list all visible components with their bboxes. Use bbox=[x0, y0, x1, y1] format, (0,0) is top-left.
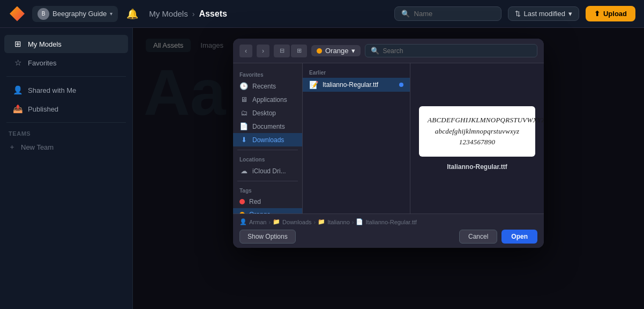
sidebar-item-shared[interactable]: 👤 Shared with Me bbox=[4, 81, 128, 99]
tag-label: Red bbox=[249, 198, 261, 205]
locations-section-label: Locations bbox=[233, 153, 302, 164]
dialog-forward-button[interactable]: › bbox=[257, 45, 269, 57]
app-icon: 🖥 bbox=[239, 95, 248, 104]
ds-divider-2 bbox=[237, 181, 298, 181]
upload-label: Upload bbox=[603, 10, 627, 18]
search-input[interactable] bbox=[414, 10, 495, 18]
dialog-search-bar[interactable]: 🔍 bbox=[365, 44, 537, 57]
cancel-button[interactable]: Cancel bbox=[459, 230, 497, 244]
sidebar: ⊞ My Models ☆ Favorites 👤 Shared with Me… bbox=[0, 28, 133, 309]
dialog-topbar: ‹ › ⊟ ⊞ Orange ▾ 🔍 bbox=[233, 39, 544, 63]
dialog-view-columns-button[interactable]: ⊟ bbox=[274, 45, 290, 57]
ds-item-label: iCloud Dri... bbox=[252, 167, 286, 175]
file-item-italianno[interactable]: 📝 Italianno-Regular.ttf bbox=[303, 78, 410, 92]
sidebar-divider bbox=[6, 76, 126, 77]
breadcrumb-my-models[interactable]: My Models bbox=[149, 9, 188, 18]
share-icon: 👤 bbox=[13, 85, 23, 95]
new-team-label: New Team bbox=[21, 143, 54, 151]
desktop-icon: 🗂 bbox=[239, 109, 248, 117]
main-layout: ⊞ My Models ☆ Favorites 👤 Shared with Me… bbox=[0, 28, 644, 309]
new-team-button[interactable]: ＋ New Team bbox=[0, 138, 132, 156]
favorites-section-label: Favorites bbox=[233, 69, 302, 79]
upload-icon: ⬆ bbox=[594, 10, 600, 18]
breadcrumb-downloads: Downloads bbox=[282, 219, 311, 225]
avatar: B bbox=[38, 8, 49, 20]
dialog-actions: Show Options Cancel Open bbox=[239, 230, 537, 244]
sort-button[interactable]: ⇅ Last modified ▾ bbox=[508, 6, 579, 21]
dialog-breadcrumb: 👤 Arman › 📁 Downloads › 📁 Italianno › 📄 … bbox=[239, 218, 537, 225]
file-icon-breadcrumb: 📄 bbox=[356, 218, 363, 225]
star-icon: ☆ bbox=[13, 58, 23, 68]
chevron-down-icon: ▾ bbox=[351, 47, 355, 55]
dialog-tag-selector[interactable]: Orange ▾ bbox=[311, 45, 361, 56]
breadcrumb: My Models › Assets bbox=[149, 9, 227, 19]
publish-icon: 📤 bbox=[13, 104, 23, 114]
file-dialog: ‹ › ⊟ ⊞ Orange ▾ 🔍 bbox=[233, 39, 544, 248]
preview-filename: Italianno-Regular.ttf bbox=[447, 163, 507, 171]
file-section-earlier: Earlier bbox=[303, 68, 410, 78]
ds-tag-orange[interactable]: Orange bbox=[233, 208, 302, 214]
font-preview-sample: ABCDEFGHIJKLMNOPQRSTUVWXYZ abcdefghijklm… bbox=[419, 106, 535, 157]
upload-button[interactable]: ⬆ Upload bbox=[586, 6, 635, 21]
file-icon: 📝 bbox=[309, 80, 318, 89]
ds-item-label: Desktop bbox=[252, 109, 276, 117]
tag-name: Orange bbox=[325, 47, 348, 55]
open-button[interactable]: Open bbox=[501, 230, 537, 244]
preview-text-numbers: 1234567890 bbox=[428, 137, 527, 148]
folder-icon: 👤 bbox=[239, 218, 247, 225]
folder-icon-3: 📁 bbox=[318, 218, 325, 225]
breadcrumb-italianno: Italianno bbox=[327, 219, 350, 225]
tag-orange-dot bbox=[239, 212, 245, 214]
sidebar-divider-2 bbox=[6, 122, 126, 123]
plus-icon: ＋ bbox=[9, 142, 16, 152]
search-icon: 🔍 bbox=[401, 10, 410, 18]
topbar-right: 🔍 ⇅ Last modified ▾ ⬆ Upload bbox=[394, 6, 635, 21]
ds-item-recents[interactable]: 🕒 Recents bbox=[233, 79, 302, 93]
dialog-file-list: Earlier 📝 Italianno-Regular.ttf bbox=[303, 63, 410, 214]
sort-label: Last modified bbox=[524, 10, 565, 18]
ds-divider bbox=[237, 150, 298, 150]
ds-item-label: Downloads bbox=[252, 136, 284, 144]
sidebar-item-published[interactable]: 📤 Published bbox=[4, 100, 128, 118]
dialog-view-group: ⊟ ⊞ bbox=[274, 45, 307, 57]
dialog-back-button[interactable]: ‹ bbox=[239, 45, 252, 57]
user-menu[interactable]: B Beegraphy Guide ▾ bbox=[32, 6, 118, 22]
sidebar-item-label: Favorites bbox=[28, 59, 56, 67]
search-bar[interactable]: 🔍 bbox=[394, 6, 501, 21]
chevron-down-icon: ▾ bbox=[110, 11, 113, 17]
breadcrumb-assets: Assets bbox=[199, 9, 227, 19]
ds-item-documents[interactable]: 📄 Documents bbox=[233, 120, 302, 133]
tag-label: Orange bbox=[249, 211, 271, 214]
ds-item-applications[interactable]: 🖥 Applications bbox=[233, 93, 302, 106]
dialog-search-input[interactable] bbox=[383, 47, 531, 55]
sidebar-item-favorites[interactable]: ☆ Favorites bbox=[4, 54, 128, 72]
sort-icon: ⇅ bbox=[515, 10, 521, 18]
clock-icon: 🕒 bbox=[239, 82, 248, 90]
sidebar-item-label: Published bbox=[28, 105, 58, 113]
app-logo bbox=[9, 5, 26, 23]
content-area: All Assets Images Videos Fonts Aa ‹ › ⊟ … bbox=[133, 28, 644, 309]
dialog-preview: ABCDEFGHIJKLMNOPQRSTUVWXYZ abcdefghijklm… bbox=[410, 63, 544, 214]
breadcrumb-arman: Arman bbox=[249, 219, 266, 225]
sidebar-item-label: Shared with Me bbox=[28, 86, 76, 94]
search-icon: 🔍 bbox=[371, 47, 379, 55]
tag-red-dot bbox=[239, 199, 245, 204]
dialog-sidebar: Favorites 🕒 Recents 🖥 Applications 🗂 Des… bbox=[233, 63, 303, 214]
notifications-bell-icon[interactable]: 🔔 bbox=[126, 8, 138, 20]
ds-tag-red[interactable]: Red bbox=[233, 195, 302, 208]
dialog-bottom: 👤 Arman › 📁 Downloads › 📁 Italianno › 📄 … bbox=[233, 214, 544, 248]
preview-text-lowercase: abcdefghijklmnopqrstuvwxyz bbox=[428, 126, 527, 137]
cloud-icon: ☁ bbox=[239, 167, 248, 175]
file-selected-badge bbox=[399, 83, 403, 87]
dialog-view-grid-button[interactable]: ⊞ bbox=[291, 45, 307, 57]
ds-item-icloud[interactable]: ☁ iCloud Dri... bbox=[233, 164, 302, 178]
ds-item-label: Documents bbox=[252, 123, 285, 130]
ds-item-downloads[interactable]: ⬇ Downloads bbox=[233, 133, 302, 146]
ds-item-desktop[interactable]: 🗂 Desktop bbox=[233, 106, 302, 120]
sidebar-item-my-models[interactable]: ⊞ My Models bbox=[4, 35, 128, 53]
ds-item-label: Recents bbox=[252, 83, 276, 90]
user-name: Beegraphy Guide bbox=[53, 10, 107, 18]
topbar: B Beegraphy Guide ▾ 🔔 My Models › Assets… bbox=[0, 0, 644, 28]
show-options-button[interactable]: Show Options bbox=[239, 230, 296, 244]
documents-icon: 📄 bbox=[239, 122, 248, 130]
